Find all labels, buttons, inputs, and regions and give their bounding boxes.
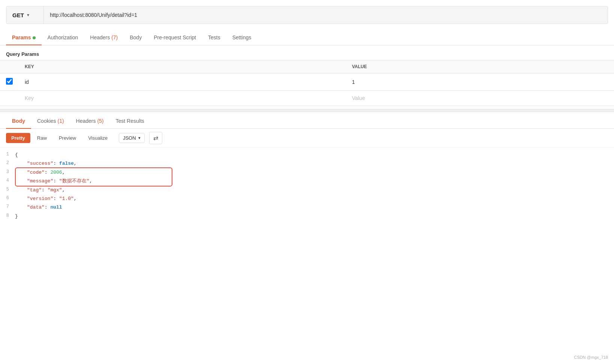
- code-line: 6"version": "1.0",: [0, 194, 614, 203]
- empty-key-placeholder: Key: [25, 95, 34, 101]
- response-headers-badge: (5): [97, 118, 103, 124]
- tab-tests-label: Tests: [208, 34, 220, 40]
- tab-prerequest[interactable]: Pre-request Script: [148, 30, 202, 45]
- response-tabs: Body Cookies (1) Headers (5) Test Result…: [0, 113, 614, 129]
- tab-settings[interactable]: Settings: [226, 30, 258, 45]
- row-value-cell: 1: [346, 73, 614, 91]
- code-line: 5"tag": "mgx",: [0, 186, 614, 194]
- token-punc: {: [15, 152, 18, 158]
- token-num: 2006: [50, 170, 62, 175]
- tab-test-results[interactable]: Test Results: [110, 113, 150, 128]
- code-line: 2"success": false,: [0, 159, 614, 168]
- line-number: 3: [0, 168, 15, 176]
- json-type-label: JSON: [123, 135, 136, 141]
- tab-body[interactable]: Body: [124, 30, 148, 45]
- line-number: 7: [0, 203, 15, 211]
- line-content: "version": "1.0",: [15, 194, 614, 203]
- tab-settings-label: Settings: [232, 34, 252, 40]
- token-str: "1.0": [59, 196, 74, 201]
- line-number: 4: [0, 177, 15, 185]
- params-table-value-header: VALUE: [346, 60, 614, 73]
- token-punc: :: [53, 178, 59, 184]
- line-number: 6: [0, 194, 15, 203]
- method-label: GET: [12, 12, 24, 18]
- params-table-key-header: KEY: [19, 60, 346, 73]
- tab-response-cookies[interactable]: Cookies (1): [31, 113, 70, 128]
- row-key-value: id: [25, 79, 29, 85]
- params-table-checkbox-col: [0, 60, 19, 73]
- headers-badge: (7): [111, 34, 118, 40]
- line-number: 1: [0, 151, 15, 159]
- code-line: 3"code": 2006,: [0, 168, 614, 177]
- method-selector[interactable]: GET ▾: [6, 6, 44, 24]
- tab-response-headers-label: Headers (5): [76, 118, 104, 124]
- token-punc: :: [53, 196, 59, 201]
- token-key: "tag": [27, 187, 42, 193]
- tab-authorization-label: Authorization: [48, 34, 78, 40]
- token-str: "mgx": [48, 187, 62, 193]
- token-punc: ,: [62, 187, 65, 193]
- tab-response-headers[interactable]: Headers (5): [70, 113, 110, 128]
- tab-headers[interactable]: Headers (7): [84, 30, 124, 45]
- token-key: "message": [27, 178, 53, 184]
- token-punc: ,: [74, 196, 77, 201]
- tab-test-results-label: Test Results: [116, 118, 144, 124]
- token-str: "数据不存在": [59, 178, 90, 184]
- json-type-selector[interactable]: JSON ▾: [119, 133, 145, 143]
- row-value-value: 1: [352, 79, 355, 85]
- tab-body-label: Body: [130, 34, 142, 40]
- url-bar: GET ▾: [6, 6, 608, 24]
- code-line: 1{: [0, 151, 614, 159]
- tab-params[interactable]: Params: [6, 30, 42, 45]
- row-checkbox[interactable]: [6, 78, 13, 85]
- tab-tests[interactable]: Tests: [202, 30, 226, 45]
- format-tab-raw[interactable]: Raw: [32, 133, 52, 143]
- token-punc: ,: [62, 170, 65, 175]
- line-number: 5: [0, 186, 15, 194]
- token-punc: :: [45, 204, 51, 210]
- line-content: "data": null: [15, 203, 614, 212]
- code-line: 8}: [0, 212, 614, 221]
- empty-value-placeholder: Value: [352, 95, 365, 101]
- line-number: 8: [0, 212, 15, 220]
- line-content: "code": 2006,: [15, 168, 614, 177]
- token-key: "data": [27, 204, 45, 210]
- token-punc: ,: [74, 161, 77, 166]
- section-divider: [0, 109, 614, 112]
- wrap-button[interactable]: ⇄: [149, 132, 162, 144]
- token-key: "code": [27, 170, 45, 175]
- code-viewer: 1{2"success": false,3"code": 2006,4"mess…: [0, 148, 614, 224]
- format-tab-pretty[interactable]: Pretty: [6, 133, 30, 143]
- token-punc: :: [53, 161, 59, 166]
- tab-params-label: Params: [12, 34, 31, 40]
- token-punc: ,: [89, 178, 92, 184]
- tab-authorization[interactable]: Authorization: [42, 30, 84, 45]
- line-number: 2: [0, 159, 15, 167]
- format-tab-visualize[interactable]: Visualize: [83, 133, 113, 143]
- wrap-icon: ⇄: [153, 135, 158, 141]
- method-chevron-icon: ▾: [27, 12, 29, 18]
- line-content: {: [15, 151, 614, 159]
- json-chevron-icon: ▾: [138, 136, 141, 140]
- format-tab-preview[interactable]: Preview: [54, 133, 81, 143]
- params-dot-icon: [33, 36, 36, 39]
- empty-row-value-cell[interactable]: Value: [346, 91, 614, 106]
- token-punc: :: [45, 170, 51, 175]
- row-checkbox-cell: [0, 73, 19, 91]
- line-content: "message": "数据不存在",: [15, 177, 614, 185]
- query-params-title: Query Params: [0, 45, 614, 60]
- empty-row-key-cell[interactable]: Key: [19, 91, 346, 106]
- line-content: "success": false,: [15, 159, 614, 168]
- token-key: "version": [27, 196, 53, 201]
- row-key-cell: id: [19, 73, 346, 91]
- url-input[interactable]: [44, 12, 608, 18]
- table-row-empty: Key Value: [0, 91, 614, 106]
- token-bool: false: [59, 161, 74, 166]
- code-line: 4"message": "数据不存在",: [0, 177, 614, 185]
- tab-response-body-label: Body: [12, 118, 25, 124]
- table-row: id 1: [0, 73, 614, 91]
- line-content: "tag": "mgx",: [15, 186, 614, 194]
- tab-headers-label: Headers (7): [90, 34, 118, 40]
- request-tabs: Params Authorization Headers (7) Body Pr…: [0, 30, 614, 45]
- tab-response-body[interactable]: Body: [6, 113, 31, 128]
